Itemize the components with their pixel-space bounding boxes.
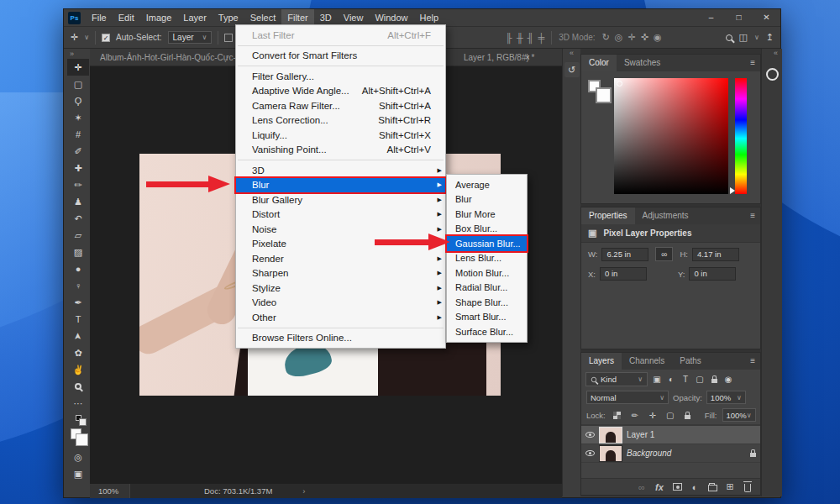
gradient-tool[interactable]: ▨ (67, 244, 89, 260)
filter-menu-item[interactable]: Blur ▶ (236, 178, 445, 193)
creative-cloud-icon[interactable] (766, 68, 779, 81)
layer-row[interactable]: Layer 1 (581, 426, 760, 444)
collapse-panels-icon[interactable]: « (570, 49, 574, 60)
link-dimensions-icon[interactable]: ∞ (655, 247, 673, 261)
layer-thumbnail[interactable] (600, 428, 622, 443)
layer-thumbnail[interactable] (600, 446, 622, 461)
lock-position-icon[interactable]: ✛ (646, 408, 659, 422)
panel-menu-icon[interactable]: ≡ (750, 55, 760, 71)
close-tab-icon[interactable]: × (525, 49, 530, 66)
hand-tool[interactable]: ✌ (67, 361, 89, 378)
move-tool[interactable]: ✛ (67, 59, 89, 76)
menubar-item[interactable]: Help (414, 9, 445, 26)
hue-slider-handle-icon[interactable] (730, 187, 735, 194)
filter-menu-item[interactable]: Adaptive Wide Angle... Alt+Shift+Ctrl+A … (236, 84, 445, 99)
3d-slide-icon[interactable]: ✜ (641, 32, 648, 43)
auto-select-checkbox[interactable]: ✓ (102, 34, 110, 42)
filter-pixel-layers-icon[interactable]: ▣ (650, 373, 664, 386)
blur-submenu-item[interactable]: Blur More (447, 207, 527, 222)
menubar-item[interactable]: Window (369, 9, 413, 26)
layer-row[interactable]: Background (581, 444, 760, 463)
lasso-tool[interactable]: Ϙ (67, 92, 89, 109)
distribute-icon[interactable]: ╪ (538, 33, 544, 43)
panel-tab[interactable]: Paths (672, 353, 709, 370)
filter-menu-item[interactable]: Last Filter Alt+Ctrl+F ▶ (236, 28, 445, 43)
blur-submenu-item[interactable]: Smart Blur... (447, 310, 527, 325)
panel-tab[interactable]: Properties (581, 207, 635, 224)
close-button[interactable]: ✕ (753, 9, 780, 26)
lock-all-icon[interactable] (681, 408, 695, 422)
lock-artboard-icon[interactable]: ▢ (664, 408, 677, 422)
panel-tab[interactable]: Color (581, 55, 617, 71)
hue-slider[interactable] (735, 78, 747, 194)
menubar-item[interactable]: View (338, 9, 370, 26)
blur-submenu-item[interactable]: Lens Blur... (447, 251, 527, 266)
path-selection-tool[interactable]: ➤ (67, 328, 89, 344)
chevron-down-icon[interactable]: ∨ (84, 34, 89, 41)
filter-menu-item[interactable]: Camera Raw Filter... Shift+Ctrl+A ▶ (236, 98, 445, 113)
filter-type-layers-icon[interactable]: T (679, 373, 692, 386)
align-left-edges-icon[interactable]: ╟ (506, 33, 512, 43)
menubar-item[interactable]: Edit (113, 9, 140, 26)
filter-menu-item[interactable]: Filter Gallery... ▶ (236, 69, 445, 84)
visibility-eye-icon[interactable] (585, 450, 595, 456)
panel-menu-icon[interactable]: ≡ (750, 207, 760, 224)
minimize-button[interactable]: – (697, 9, 725, 26)
fill-dropdown[interactable]: 100% ∨ (722, 408, 756, 422)
3d-camera-icon[interactable]: ◉ (654, 32, 662, 43)
foreground-background-swatches[interactable] (588, 80, 601, 92)
lock-image-pixels-icon[interactable]: ✏ (628, 408, 642, 422)
lock-transparent-pixels-icon[interactable] (611, 408, 624, 422)
status-options-chevron-icon[interactable]: › (302, 486, 305, 496)
filter-menu-item[interactable]: Blur Gallery ▶ (236, 192, 445, 207)
filter-menu-item[interactable]: ▶ (238, 328, 444, 328)
blur-submenu-item[interactable]: Average (447, 177, 527, 192)
chevron-down-icon[interactable]: ∨ (754, 34, 759, 41)
panel-menu-icon[interactable]: ≡ (750, 353, 760, 370)
search-icon[interactable] (726, 34, 732, 41)
custom-shape-tool[interactable]: ✿ (67, 344, 89, 361)
blur-submenu-item[interactable]: Box Blur... (447, 222, 527, 237)
blur-submenu-item[interactable]: Gaussian Blur... (447, 236, 527, 251)
filter-menu-item[interactable]: Vanishing Point... Alt+Ctrl+V ▶ (236, 143, 445, 158)
filter-menu-item[interactable]: Convert for Smart Filters ▶ (236, 49, 445, 64)
opacity-dropdown[interactable]: 100% ∨ (706, 391, 746, 404)
clone-stamp-tool[interactable]: ♟ (67, 193, 89, 210)
new-layer-icon[interactable]: ⊞ (725, 480, 735, 494)
filter-smart-objects-icon[interactable] (707, 373, 721, 386)
blur-tool[interactable]: ● (67, 260, 89, 277)
dodge-tool[interactable]: ♀ (67, 277, 89, 294)
collapse-panels-icon[interactable]: « (774, 49, 782, 60)
menubar-item[interactable]: 3D (314, 9, 338, 26)
filter-menu-item[interactable]: ▶ (238, 66, 444, 66)
filter-menu-item[interactable]: 3D ▶ (236, 163, 445, 178)
panel-tab[interactable]: Channels (622, 353, 672, 370)
blur-submenu-item[interactable]: Surface Blur... (447, 324, 527, 339)
menubar-item[interactable]: Filter (281, 9, 313, 26)
panel-tab[interactable]: Layers (581, 353, 622, 370)
pen-tool[interactable]: ✒ (67, 294, 89, 311)
color-picker-cursor[interactable] (617, 81, 622, 87)
add-layer-mask-icon[interactable] (672, 480, 682, 494)
saturation-brightness-picker[interactable] (614, 78, 728, 194)
align-horizontal-centers-icon[interactable]: ╫ (517, 33, 523, 43)
height-field[interactable]: 4.17 in (692, 248, 739, 261)
layer-style-fx-icon[interactable]: fx (654, 480, 664, 494)
zoom-tool[interactable] (67, 378, 89, 395)
workspace-switcher-icon[interactable]: ◫ (739, 32, 748, 43)
foreground-background-swatches[interactable] (67, 423, 89, 449)
filter-shape-layers-icon[interactable]: ▢ (693, 373, 706, 386)
eyedropper-tool[interactable]: ✐ (67, 143, 89, 160)
blur-submenu-item[interactable]: Radial Blur... (447, 281, 527, 296)
filter-menu-item[interactable]: ▶ (238, 45, 444, 46)
maximize-button[interactable]: □ (725, 9, 753, 26)
blur-submenu-item[interactable]: Blur (447, 192, 527, 207)
filter-menu-item[interactable]: Liquify... Shift+Ctrl+X ▶ (236, 128, 445, 143)
magic-wand-tool[interactable]: ✶ (67, 109, 89, 126)
menubar-item[interactable]: Select (244, 9, 282, 26)
3d-roll-icon[interactable]: ◎ (615, 32, 623, 43)
visibility-eye-icon[interactable] (585, 432, 595, 438)
y-field[interactable]: 0 in (689, 267, 736, 281)
history-brush-tool[interactable]: ↶ (67, 210, 89, 227)
align-right-edges-icon[interactable]: ╢ (528, 33, 534, 43)
